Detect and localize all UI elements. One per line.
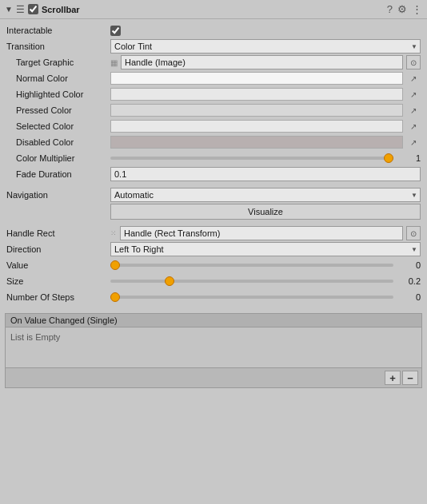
visualize-row: Visualize bbox=[0, 203, 427, 220]
disabled-color-row: Disabled Color ↗ bbox=[0, 134, 427, 150]
steps-control: 0 bbox=[110, 292, 421, 302]
enable-checkbox[interactable] bbox=[28, 4, 38, 14]
value-slider[interactable] bbox=[110, 264, 393, 267]
on-value-changed-section: On Value Changed (Single) List is Empty … bbox=[5, 313, 422, 388]
color-multiplier-control: 1 bbox=[110, 153, 421, 163]
interactable-row: Interactable bbox=[0, 22, 427, 38]
target-graphic-control: ▦ Handle (Image) ⊙ bbox=[110, 55, 421, 69]
on-value-changed-body: List is Empty bbox=[6, 327, 421, 367]
value-control: 0 bbox=[110, 260, 421, 270]
handle-rect-control: ⁙ Handle (Rect Transform) ⊙ bbox=[110, 226, 421, 240]
target-graphic-field[interactable]: Handle (Image) bbox=[121, 55, 403, 69]
direction-dropdown[interactable]: Left To Right bbox=[110, 242, 421, 256]
selected-color-picker-btn[interactable]: ↗ bbox=[406, 119, 421, 133]
size-number: 0.2 bbox=[398, 276, 421, 286]
help-icon[interactable]: ? bbox=[387, 3, 393, 15]
interactable-control bbox=[110, 26, 421, 36]
size-control: 0.2 bbox=[110, 276, 421, 286]
selected-color-label: Selected Color bbox=[6, 121, 110, 131]
pressed-color-control: ↗ bbox=[110, 103, 421, 117]
highlighted-color-picker-btn[interactable]: ↗ bbox=[406, 87, 421, 101]
settings-icon[interactable]: ⚙ bbox=[397, 3, 407, 15]
color-multiplier-row: Color Multiplier 1 bbox=[0, 150, 427, 166]
panel-header: ▼ ☰ Scrollbar ? ⚙ ⋮ bbox=[0, 0, 427, 19]
on-value-changed-title: On Value Changed (Single) bbox=[6, 314, 421, 327]
normal-color-swatch[interactable] bbox=[110, 72, 403, 85]
selected-color-swatch[interactable] bbox=[110, 120, 403, 133]
color-multiplier-label: Color Multiplier bbox=[6, 153, 110, 163]
transition-row: Transition Color Tint bbox=[0, 38, 427, 54]
pressed-color-swatch[interactable] bbox=[110, 104, 403, 117]
disabled-color-swatch[interactable] bbox=[110, 136, 403, 149]
transition-label: Transition bbox=[6, 42, 110, 51]
scrollbar-panel: ▼ ☰ Scrollbar ? ⚙ ⋮ Interactable Transit… bbox=[0, 0, 427, 395]
target-graphic-label: Target Graphic bbox=[6, 58, 110, 67]
pressed-color-label: Pressed Color bbox=[6, 105, 110, 115]
value-label: Value bbox=[6, 260, 110, 270]
steps-row: Number Of Steps 0 bbox=[0, 289, 427, 305]
selected-color-control: ↗ bbox=[110, 119, 421, 133]
fade-duration-label: Fade Duration bbox=[6, 169, 110, 179]
target-graphic-icon: ▦ bbox=[110, 58, 118, 67]
visualize-button[interactable]: Visualize bbox=[110, 204, 421, 220]
value-number: 0 bbox=[398, 260, 421, 270]
size-slider[interactable] bbox=[110, 280, 393, 283]
target-graphic-row: Target Graphic ▦ Handle (Image) ⊙ bbox=[0, 54, 427, 70]
list-empty-text: List is Empty bbox=[10, 332, 60, 342]
fade-duration-row: Fade Duration bbox=[0, 166, 427, 182]
interactable-label: Interactable bbox=[6, 26, 110, 35]
transition-dropdown[interactable]: Color Tint bbox=[110, 39, 421, 54]
selected-color-row: Selected Color ↗ bbox=[0, 118, 427, 134]
disabled-color-control: ↗ bbox=[110, 135, 421, 149]
color-multiplier-slider[interactable] bbox=[110, 157, 393, 160]
value-row: Value 0 bbox=[0, 257, 427, 273]
menu-icon[interactable]: ⋮ bbox=[412, 3, 422, 15]
divider-3 bbox=[0, 305, 427, 310]
collapse-arrow[interactable]: ▼ bbox=[5, 5, 13, 14]
normal-color-control: ↗ bbox=[110, 71, 421, 85]
handle-rect-btn[interactable]: ⊙ bbox=[406, 226, 421, 240]
visualize-control: Visualize bbox=[110, 204, 421, 220]
handle-rect-label: Handle Rect bbox=[6, 228, 110, 238]
handle-rect-field[interactable]: Handle (Rect Transform) bbox=[120, 226, 403, 240]
highlighted-color-label: Highlighted Color bbox=[6, 89, 110, 99]
steps-slider[interactable] bbox=[110, 296, 393, 299]
header-actions: ? ⚙ ⋮ bbox=[387, 3, 422, 15]
color-multiplier-value: 1 bbox=[398, 153, 421, 163]
panel-content: Interactable Transition Color Tint Targe… bbox=[0, 19, 427, 395]
normal-color-picker-btn[interactable]: ↗ bbox=[406, 71, 421, 85]
disabled-color-picker-btn[interactable]: ↗ bbox=[406, 135, 421, 149]
transition-dropdown-wrapper: Color Tint bbox=[110, 39, 421, 54]
on-value-changed-footer: + − bbox=[6, 367, 421, 387]
navigation-label: Navigation bbox=[6, 190, 110, 200]
disabled-color-label: Disabled Color bbox=[6, 137, 110, 147]
interactable-checkbox[interactable] bbox=[110, 26, 121, 36]
handle-rect-row: Handle Rect ⁙ Handle (Rect Transform) ⊙ bbox=[0, 225, 427, 241]
direction-dropdown-wrapper: Left To Right bbox=[110, 242, 421, 256]
fade-duration-input[interactable] bbox=[110, 167, 421, 181]
fade-duration-control bbox=[110, 167, 421, 181]
steps-label: Number Of Steps bbox=[6, 292, 110, 302]
component-icon: ☰ bbox=[16, 4, 25, 15]
highlighted-color-swatch[interactable] bbox=[110, 88, 403, 101]
handle-rect-icon: ⁙ bbox=[110, 229, 117, 237]
panel-title: Scrollbar bbox=[42, 5, 384, 14]
size-label: Size bbox=[6, 276, 110, 286]
size-row: Size 0.2 bbox=[0, 273, 427, 289]
steps-number: 0 bbox=[398, 292, 421, 302]
direction-row: Direction Left To Right bbox=[0, 241, 427, 257]
target-graphic-btn[interactable]: ⊙ bbox=[406, 55, 421, 69]
add-button[interactable]: + bbox=[385, 371, 401, 385]
direction-label: Direction bbox=[6, 244, 110, 254]
pressed-color-row: Pressed Color ↗ bbox=[0, 102, 427, 118]
normal-color-label: Normal Color bbox=[6, 73, 110, 83]
normal-color-row: Normal Color ↗ bbox=[0, 70, 427, 86]
highlighted-color-row: Highlighted Color ↗ bbox=[0, 86, 427, 102]
navigation-dropdown[interactable]: Automatic bbox=[110, 188, 421, 202]
navigation-row: Navigation Automatic bbox=[0, 187, 427, 203]
navigation-dropdown-wrapper: Automatic bbox=[110, 188, 421, 202]
highlighted-color-control: ↗ bbox=[110, 87, 421, 101]
remove-button[interactable]: − bbox=[402, 371, 418, 385]
pressed-color-picker-btn[interactable]: ↗ bbox=[406, 103, 421, 117]
